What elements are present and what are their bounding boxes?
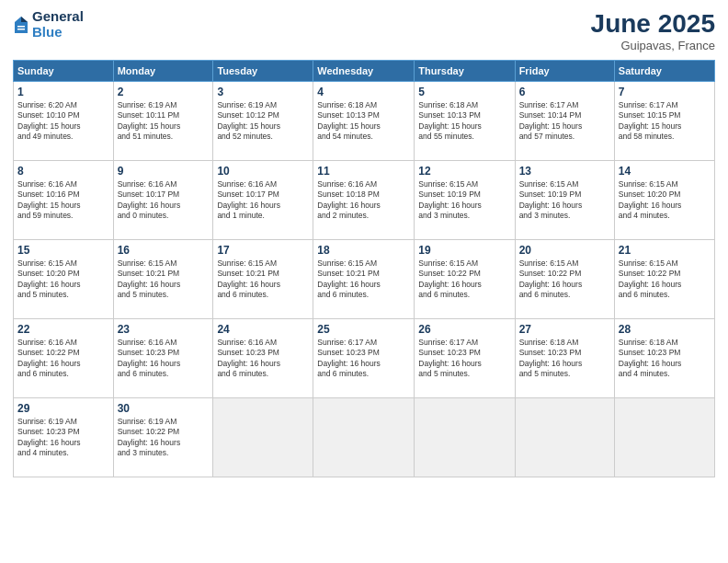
table-row	[415, 398, 515, 477]
day-info: Sunrise: 6:19 AM Sunset: 10:12 PM Daylig…	[217, 100, 309, 143]
day-number: 29	[17, 402, 109, 415]
calendar-week-row: 1Sunrise: 6:20 AM Sunset: 10:10 PM Dayli…	[14, 82, 715, 161]
day-info: Sunrise: 6:19 AM Sunset: 10:23 PM Daylig…	[17, 417, 109, 459]
calendar-week-row: 8Sunrise: 6:16 AM Sunset: 10:16 PM Dayli…	[14, 161, 715, 240]
month-title: June 2025	[591, 9, 715, 39]
day-info: Sunrise: 6:17 AM Sunset: 10:14 PM Daylig…	[519, 100, 610, 143]
table-row: 23Sunrise: 6:16 AM Sunset: 10:23 PM Dayl…	[113, 319, 213, 398]
day-info: Sunrise: 6:16 AM Sunset: 10:17 PM Daylig…	[217, 179, 309, 222]
table-row: 25Sunrise: 6:17 AM Sunset: 10:23 PM Dayl…	[313, 319, 415, 398]
table-row: 29Sunrise: 6:19 AM Sunset: 10:23 PM Dayl…	[14, 398, 114, 477]
svg-rect-2	[17, 26, 25, 28]
day-info: Sunrise: 6:15 AM Sunset: 10:22 PM Daylig…	[519, 259, 610, 301]
day-number: 3	[217, 86, 309, 98]
table-row	[614, 398, 714, 477]
logo: General Blue	[13, 9, 84, 40]
day-number: 22	[17, 323, 109, 336]
table-row: 7Sunrise: 6:17 AM Sunset: 10:15 PM Dayli…	[614, 82, 714, 161]
day-info: Sunrise: 6:15 AM Sunset: 10:20 PM Daylig…	[17, 259, 109, 301]
day-info: Sunrise: 6:17 AM Sunset: 10:23 PM Daylig…	[317, 338, 410, 380]
day-number: 26	[418, 323, 510, 336]
table-row: 16Sunrise: 6:15 AM Sunset: 10:21 PM Dayl…	[113, 240, 213, 319]
table-row: 21Sunrise: 6:15 AM Sunset: 10:22 PM Dayl…	[614, 240, 714, 319]
day-info: Sunrise: 6:18 AM Sunset: 10:13 PM Daylig…	[317, 100, 410, 143]
table-row: 14Sunrise: 6:15 AM Sunset: 10:20 PM Dayl…	[614, 161, 714, 240]
day-info: Sunrise: 6:18 AM Sunset: 10:23 PM Daylig…	[619, 338, 711, 380]
day-info: Sunrise: 6:15 AM Sunset: 10:21 PM Daylig…	[118, 259, 210, 301]
table-row: 30Sunrise: 6:19 AM Sunset: 10:22 PM Dayl…	[113, 398, 213, 477]
logo-blue: Blue	[32, 25, 84, 40]
day-number: 25	[317, 323, 410, 336]
table-row: 8Sunrise: 6:16 AM Sunset: 10:16 PM Dayli…	[14, 161, 114, 240]
day-info: Sunrise: 6:19 AM Sunset: 10:11 PM Daylig…	[118, 100, 210, 143]
day-number: 8	[17, 165, 109, 178]
table-row: 12Sunrise: 6:15 AM Sunset: 10:19 PM Dayl…	[415, 161, 515, 240]
table-row: 19Sunrise: 6:15 AM Sunset: 10:22 PM Dayl…	[415, 240, 515, 319]
day-info: Sunrise: 6:16 AM Sunset: 10:17 PM Daylig…	[118, 179, 210, 222]
day-info: Sunrise: 6:15 AM Sunset: 10:19 PM Daylig…	[418, 179, 510, 222]
day-number: 6	[519, 86, 610, 98]
calendar-header-row: Sunday Monday Tuesday Wednesday Thursday…	[14, 61, 715, 82]
table-row: 15Sunrise: 6:15 AM Sunset: 10:20 PM Dayl…	[14, 240, 114, 319]
day-number: 13	[519, 165, 610, 178]
table-row: 11Sunrise: 6:16 AM Sunset: 10:18 PM Dayl…	[313, 161, 415, 240]
table-row: 1Sunrise: 6:20 AM Sunset: 10:10 PM Dayli…	[14, 82, 114, 161]
day-number: 15	[17, 244, 109, 257]
table-row: 6Sunrise: 6:17 AM Sunset: 10:14 PM Dayli…	[515, 82, 614, 161]
day-info: Sunrise: 6:15 AM Sunset: 10:22 PM Daylig…	[619, 259, 711, 301]
location: Guipavas, France	[591, 39, 715, 52]
header-thursday: Thursday	[415, 61, 515, 82]
day-number: 21	[619, 244, 711, 257]
day-info: Sunrise: 6:16 AM Sunset: 10:16 PM Daylig…	[17, 179, 109, 222]
day-number: 1	[17, 86, 109, 98]
day-number: 9	[118, 165, 210, 178]
day-info: Sunrise: 6:16 AM Sunset: 10:23 PM Daylig…	[118, 338, 210, 380]
table-row: 26Sunrise: 6:17 AM Sunset: 10:23 PM Dayl…	[415, 319, 515, 398]
logo-icon	[13, 15, 29, 35]
header-friday: Friday	[515, 61, 614, 82]
header-sunday: Sunday	[14, 61, 114, 82]
day-number: 28	[619, 323, 711, 336]
table-row	[515, 398, 614, 477]
table-row: 9Sunrise: 6:16 AM Sunset: 10:17 PM Dayli…	[113, 161, 213, 240]
day-number: 10	[217, 165, 309, 178]
day-number: 18	[317, 244, 410, 257]
page: General Blue June 2025 Guipavas, France …	[0, 0, 728, 563]
table-row	[313, 398, 415, 477]
table-row: 28Sunrise: 6:18 AM Sunset: 10:23 PM Dayl…	[614, 319, 714, 398]
day-number: 30	[118, 402, 210, 415]
day-number: 7	[619, 86, 711, 98]
svg-rect-3	[17, 29, 25, 30]
table-row	[213, 398, 313, 477]
day-info: Sunrise: 6:17 AM Sunset: 10:23 PM Daylig…	[418, 338, 510, 380]
day-info: Sunrise: 6:18 AM Sunset: 10:23 PM Daylig…	[519, 338, 610, 380]
day-number: 11	[317, 165, 410, 178]
table-row: 10Sunrise: 6:16 AM Sunset: 10:17 PM Dayl…	[213, 161, 313, 240]
day-number: 4	[317, 86, 410, 98]
day-info: Sunrise: 6:15 AM Sunset: 10:22 PM Daylig…	[418, 259, 510, 301]
logo-text: General Blue	[32, 9, 84, 40]
table-row: 4Sunrise: 6:18 AM Sunset: 10:13 PM Dayli…	[313, 82, 415, 161]
table-row: 22Sunrise: 6:16 AM Sunset: 10:22 PM Dayl…	[14, 319, 114, 398]
calendar-week-row: 22Sunrise: 6:16 AM Sunset: 10:22 PM Dayl…	[14, 319, 715, 398]
header: General Blue June 2025 Guipavas, France	[13, 9, 715, 52]
header-wednesday: Wednesday	[313, 61, 415, 82]
day-info: Sunrise: 6:16 AM Sunset: 10:22 PM Daylig…	[17, 338, 109, 380]
logo-general: General	[32, 9, 84, 25]
table-row: 5Sunrise: 6:18 AM Sunset: 10:13 PM Dayli…	[415, 82, 515, 161]
table-row: 2Sunrise: 6:19 AM Sunset: 10:11 PM Dayli…	[113, 82, 213, 161]
header-tuesday: Tuesday	[213, 61, 313, 82]
day-info: Sunrise: 6:15 AM Sunset: 10:21 PM Daylig…	[317, 259, 410, 301]
day-number: 23	[118, 323, 210, 336]
day-info: Sunrise: 6:16 AM Sunset: 10:18 PM Daylig…	[317, 179, 410, 222]
day-number: 27	[519, 323, 610, 336]
calendar-week-row: 15Sunrise: 6:15 AM Sunset: 10:20 PM Dayl…	[14, 240, 715, 319]
day-number: 5	[418, 86, 510, 98]
day-info: Sunrise: 6:15 AM Sunset: 10:20 PM Daylig…	[619, 179, 711, 222]
table-row: 18Sunrise: 6:15 AM Sunset: 10:21 PM Dayl…	[313, 240, 415, 319]
day-number: 24	[217, 323, 309, 336]
svg-marker-1	[21, 17, 28, 22]
day-number: 2	[118, 86, 210, 98]
day-info: Sunrise: 6:15 AM Sunset: 10:19 PM Daylig…	[519, 179, 610, 222]
day-number: 16	[118, 244, 210, 257]
